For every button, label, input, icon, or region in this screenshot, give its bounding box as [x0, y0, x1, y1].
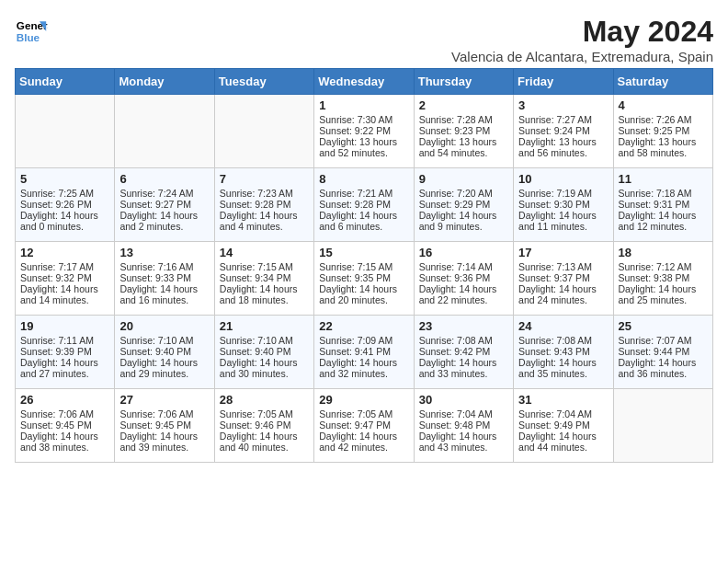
- day-info-line: Sunset: 9:36 PM: [419, 272, 508, 283]
- day-info-line: Sunrise: 7:08 AM: [518, 335, 608, 346]
- day-info-line: Daylight: 14 hours: [20, 283, 109, 294]
- day-cell: 1Sunrise: 7:30 AMSunset: 9:22 PMDaylight…: [314, 95, 414, 168]
- day-number: 13: [119, 246, 209, 259]
- day-info-line: and 6 minutes.: [319, 221, 408, 232]
- day-info-line: Sunset: 9:42 PM: [419, 346, 508, 357]
- day-info-line: Sunset: 9:39 PM: [20, 346, 109, 357]
- day-cell: 6Sunrise: 7:24 AMSunset: 9:27 PMDaylight…: [115, 168, 214, 242]
- day-number: 25: [619, 319, 708, 333]
- day-info-line: Sunset: 9:26 PM: [20, 199, 109, 210]
- day-info-line: Sunrise: 7:15 AM: [220, 261, 309, 272]
- day-number: 24: [518, 319, 608, 333]
- day-cell: 24Sunrise: 7:08 AMSunset: 9:43 PMDayligh…: [514, 316, 613, 389]
- day-info-line: Sunset: 9:27 PM: [119, 199, 209, 210]
- day-number: 11: [619, 172, 708, 186]
- day-number: 29: [319, 393, 408, 407]
- day-info-line: Daylight: 13 hours: [419, 136, 508, 147]
- day-info-line: Daylight: 14 hours: [419, 283, 508, 294]
- day-info-line: Sunset: 9:46 PM: [220, 419, 309, 431]
- day-info-line: and 40 minutes.: [220, 442, 309, 453]
- day-info-line: Sunset: 9:48 PM: [419, 419, 508, 431]
- day-number: 16: [419, 246, 508, 259]
- day-number: 27: [119, 393, 209, 407]
- day-info-line: and 16 minutes.: [119, 294, 209, 305]
- day-cell: 12Sunrise: 7:17 AMSunset: 9:32 PMDayligh…: [16, 242, 115, 316]
- logo: General Blue: [15, 15, 48, 48]
- day-info-line: Sunrise: 7:18 AM: [619, 188, 708, 199]
- day-info-line: and 56 minutes.: [518, 147, 608, 158]
- day-info-line: Sunset: 9:41 PM: [319, 346, 408, 357]
- day-info-line: Sunset: 9:28 PM: [319, 199, 408, 210]
- day-cell: 5Sunrise: 7:25 AMSunset: 9:26 PMDaylight…: [16, 168, 115, 242]
- day-info-line: Daylight: 14 hours: [319, 431, 408, 442]
- day-info-line: Sunset: 9:40 PM: [119, 346, 209, 357]
- day-info-line: Daylight: 13 hours: [619, 136, 708, 147]
- day-info-line: Sunrise: 7:11 AM: [20, 335, 109, 346]
- day-info-line: Sunrise: 7:16 AM: [119, 261, 209, 272]
- day-info-line: Sunrise: 7:10 AM: [119, 335, 209, 346]
- day-info-line: Daylight: 14 hours: [619, 283, 708, 294]
- day-info-line: Sunrise: 7:27 AM: [518, 114, 608, 125]
- day-info-line: Daylight: 14 hours: [518, 210, 608, 221]
- day-number: 19: [20, 319, 109, 333]
- week-row-2: 12Sunrise: 7:17 AMSunset: 9:32 PMDayligh…: [16, 242, 713, 316]
- day-info-line: Daylight: 14 hours: [619, 210, 708, 221]
- day-info-line: and 18 minutes.: [220, 294, 309, 305]
- day-number: 22: [319, 319, 408, 333]
- day-number: 15: [319, 246, 408, 259]
- day-cell: 15Sunrise: 7:15 AMSunset: 9:35 PMDayligh…: [314, 242, 414, 316]
- calendar-table: SundayMondayTuesdayWednesdayThursdayFrid…: [15, 68, 713, 463]
- day-info-line: and 4 minutes.: [220, 221, 309, 232]
- day-number: 17: [518, 246, 608, 259]
- day-info-line: Daylight: 13 hours: [518, 136, 608, 147]
- day-info-line: Daylight: 14 hours: [419, 210, 508, 221]
- day-info-line: Sunrise: 7:08 AM: [419, 335, 508, 346]
- day-info-line: Sunrise: 7:24 AM: [119, 188, 209, 199]
- day-number: 23: [419, 319, 508, 333]
- day-info-line: Daylight: 14 hours: [119, 283, 209, 294]
- day-info-line: Sunrise: 7:25 AM: [20, 188, 109, 199]
- day-info-line: Daylight: 14 hours: [319, 283, 408, 294]
- day-info-line: Daylight: 14 hours: [319, 210, 408, 221]
- calendar-title: May 2024: [451, 15, 713, 49]
- day-number: 9: [419, 172, 508, 186]
- week-row-4: 26Sunrise: 7:06 AMSunset: 9:45 PMDayligh…: [16, 389, 713, 463]
- day-info-line: Daylight: 14 hours: [319, 357, 408, 368]
- day-info-line: Sunrise: 7:20 AM: [419, 188, 508, 199]
- logo-icon: General Blue: [15, 15, 48, 48]
- day-info-line: Sunset: 9:29 PM: [419, 199, 508, 210]
- day-info-line: and 52 minutes.: [319, 147, 408, 158]
- day-info-line: Daylight: 14 hours: [20, 210, 109, 221]
- day-info-line: Sunrise: 7:13 AM: [518, 261, 608, 272]
- day-cell: 17Sunrise: 7:13 AMSunset: 9:37 PMDayligh…: [514, 242, 613, 316]
- day-info-line: Sunset: 9:37 PM: [518, 272, 608, 283]
- day-info-line: Sunset: 9:40 PM: [220, 346, 309, 357]
- day-number: 3: [518, 98, 608, 112]
- day-number: 30: [419, 393, 508, 407]
- header-wednesday: Wednesday: [314, 69, 414, 95]
- svg-text:Blue: Blue: [17, 31, 40, 43]
- day-info-line: Sunset: 9:23 PM: [419, 125, 508, 136]
- day-number: 5: [20, 172, 109, 186]
- day-info-line: Sunset: 9:49 PM: [518, 419, 608, 431]
- day-info-line: and 12 minutes.: [619, 221, 708, 232]
- day-info-line: Sunrise: 7:17 AM: [20, 261, 109, 272]
- day-info-line: and 58 minutes.: [619, 147, 708, 158]
- day-cell: 21Sunrise: 7:10 AMSunset: 9:40 PMDayligh…: [214, 316, 313, 389]
- day-info-line: Daylight: 14 hours: [220, 283, 309, 294]
- header-monday: Monday: [115, 69, 214, 95]
- day-info-line: and 29 minutes.: [119, 368, 209, 379]
- day-info-line: and 25 minutes.: [619, 294, 708, 305]
- day-cell: 11Sunrise: 7:18 AMSunset: 9:31 PMDayligh…: [613, 168, 712, 242]
- day-info-line: Sunrise: 7:26 AM: [619, 114, 708, 125]
- day-info-line: and 0 minutes.: [20, 221, 109, 232]
- day-number: 7: [220, 172, 309, 186]
- day-info-line: Sunrise: 7:28 AM: [419, 114, 508, 125]
- day-cell: 7Sunrise: 7:23 AMSunset: 9:28 PMDaylight…: [214, 168, 313, 242]
- day-info-line: Daylight: 14 hours: [419, 357, 508, 368]
- day-info-line: Daylight: 14 hours: [20, 357, 109, 368]
- day-info-line: Daylight: 14 hours: [518, 431, 608, 442]
- day-info-line: Sunrise: 7:19 AM: [518, 188, 608, 199]
- day-number: 6: [119, 172, 209, 186]
- day-info-line: and 54 minutes.: [419, 147, 508, 158]
